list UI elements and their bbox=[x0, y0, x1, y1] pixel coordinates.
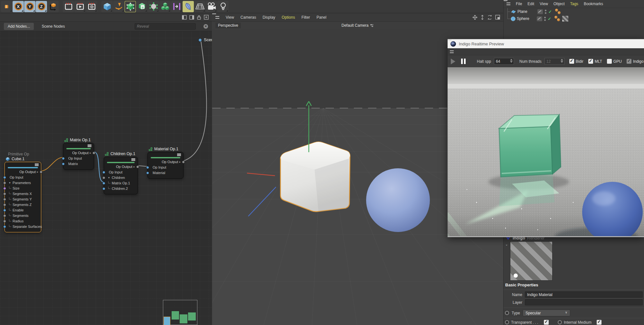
animate-dot-icon[interactable] bbox=[505, 311, 509, 315]
scene-nodes-capsule-icon[interactable] bbox=[125, 1, 136, 12]
node-row[interactable]: Children.2 bbox=[104, 186, 137, 191]
node-search-input[interactable] bbox=[135, 23, 196, 30]
edit-toggle-icon[interactable] bbox=[537, 16, 542, 21]
node-menu-icon[interactable] bbox=[131, 158, 135, 161]
node-output-row[interactable]: Op Output bbox=[104, 164, 137, 170]
indigo-subdiv-option[interactable]: Indigo Subdiv bbox=[627, 59, 644, 64]
node-row[interactable]: Matrix bbox=[63, 161, 94, 167]
edit-toggle-icon[interactable] bbox=[537, 9, 543, 14]
menu-tags[interactable]: Tags bbox=[570, 2, 578, 6]
material-name-input[interactable] bbox=[525, 292, 643, 298]
transparent-checkbox[interactable] bbox=[544, 320, 549, 325]
menu-bookmarks[interactable]: Bookmarks bbox=[584, 2, 603, 6]
object-name[interactable]: Sphere bbox=[517, 16, 535, 21]
spinner-arrows-icon[interactable] bbox=[510, 59, 513, 63]
lock-icon[interactable] bbox=[197, 15, 201, 20]
node-row[interactable]: Segments Y bbox=[5, 197, 41, 202]
scene-output-port[interactable] bbox=[198, 38, 202, 42]
camera-object-icon[interactable] bbox=[206, 1, 217, 12]
menu-filter[interactable]: Filter bbox=[301, 15, 310, 20]
spline-mirror-tool-icon[interactable] bbox=[171, 1, 182, 12]
indigo-tags-icon[interactable] bbox=[554, 16, 561, 22]
pause-button[interactable] bbox=[461, 59, 466, 64]
node-row[interactable]: Segments bbox=[5, 213, 41, 218]
object-row-sphere[interactable]: Sphere ✓ bbox=[504, 15, 644, 22]
expand-chevron-icon[interactable]: ⌄ bbox=[505, 243, 508, 246]
material-layer-input[interactable] bbox=[525, 299, 643, 305]
mlt-checkbox[interactable] bbox=[588, 59, 593, 64]
render-view-icon[interactable] bbox=[63, 1, 74, 12]
animate-dot-icon[interactable] bbox=[505, 320, 509, 324]
visibility-dots-icon[interactable] bbox=[545, 10, 546, 14]
menu-edit[interactable]: Edit bbox=[527, 2, 534, 6]
animate-dot-icon[interactable] bbox=[558, 320, 562, 324]
node-menu-icon[interactable] bbox=[35, 163, 39, 166]
split-view-right-icon[interactable] bbox=[189, 15, 194, 20]
subdivision-tool-icon[interactable] bbox=[183, 1, 194, 12]
instance-object-icon[interactable] bbox=[136, 1, 147, 12]
light-object-icon[interactable] bbox=[217, 1, 229, 12]
gpu-checkbox[interactable] bbox=[607, 59, 612, 64]
node-row[interactable]: Matrix Op.1 bbox=[104, 181, 137, 186]
object-manager-menu-icon[interactable] bbox=[507, 3, 510, 5]
node-row[interactable]: Size bbox=[5, 186, 41, 191]
material-preview-swatch[interactable] bbox=[510, 241, 553, 281]
edit-render-settings-icon[interactable] bbox=[86, 1, 97, 12]
node-row[interactable]: Parameters bbox=[5, 180, 41, 186]
mlt-option[interactable]: MLT bbox=[588, 59, 602, 64]
spline-pen-icon[interactable] bbox=[113, 1, 124, 12]
menu-file[interactable]: File bbox=[516, 2, 522, 6]
array-object-icon[interactable] bbox=[159, 1, 171, 12]
node-menu-icon[interactable] bbox=[88, 144, 91, 147]
num-threads-input[interactable] bbox=[545, 58, 564, 65]
play-button[interactable] bbox=[451, 59, 455, 64]
bidir-checkbox[interactable] bbox=[569, 59, 574, 64]
visibility-dots-icon[interactable] bbox=[544, 17, 546, 21]
split-view-left-icon[interactable] bbox=[182, 15, 187, 20]
indigo-subdiv-checkbox[interactable] bbox=[627, 59, 631, 64]
floor-object-icon[interactable] bbox=[194, 1, 205, 12]
node-row[interactable]: Radius bbox=[5, 218, 41, 224]
camera-label[interactable]: Default Camera bbox=[341, 23, 374, 28]
menu-cameras[interactable]: Cameras bbox=[241, 15, 256, 20]
node-output-row[interactable]: Op Output bbox=[63, 150, 94, 156]
ffd-deformer-icon[interactable] bbox=[148, 1, 159, 12]
rotate-view-icon[interactable] bbox=[487, 15, 492, 20]
node-row[interactable]: Children bbox=[104, 175, 137, 181]
object-row-plane[interactable]: Plane ✓ bbox=[504, 8, 644, 15]
indigo-tags-icon[interactable] bbox=[555, 9, 562, 14]
node-row[interactable]: Material bbox=[148, 170, 183, 176]
make-editable-icon[interactable] bbox=[1, 1, 12, 12]
node-row[interactable]: Op Input bbox=[63, 156, 94, 161]
node-row[interactable]: Segments X bbox=[5, 191, 41, 197]
object-name[interactable]: Plane bbox=[517, 9, 536, 14]
node-row[interactable]: Segments Z bbox=[5, 202, 41, 208]
node-row[interactable]: Op Input bbox=[5, 175, 41, 180]
menu-view[interactable]: View bbox=[226, 15, 234, 20]
clear-search-icon[interactable]: ✕ bbox=[204, 24, 208, 29]
coordinate-system-icon[interactable] bbox=[47, 1, 59, 12]
tab-scene-nodes[interactable]: Scene Nodes bbox=[42, 24, 65, 29]
type-dropdown[interactable]: Specular bbox=[523, 310, 570, 316]
halt-spp-input[interactable] bbox=[494, 58, 514, 65]
node-graph-minimap[interactable] bbox=[163, 300, 197, 325]
enable-check-icon[interactable]: ✓ bbox=[548, 9, 552, 14]
menu-options[interactable]: Options bbox=[282, 15, 295, 20]
projection-label[interactable]: Perspective bbox=[215, 23, 241, 28]
toggle-view-icon[interactable] bbox=[495, 15, 500, 20]
dolly-view-icon[interactable] bbox=[480, 15, 484, 20]
internal-medium-checkbox[interactable] bbox=[597, 320, 601, 325]
material-tag-icon[interactable] bbox=[562, 16, 568, 22]
gpu-option[interactable]: GPU bbox=[607, 59, 622, 64]
menu-object[interactable]: Object bbox=[554, 2, 565, 6]
node-output-row[interactable]: Op Output bbox=[5, 169, 41, 175]
pan-view-icon[interactable] bbox=[472, 15, 478, 20]
output-port[interactable] bbox=[182, 161, 185, 163]
node-row[interactable]: Separate Surfaces bbox=[5, 224, 41, 229]
enable-check-icon[interactable]: ✓ bbox=[548, 16, 551, 21]
bidir-option[interactable]: Bidir bbox=[569, 59, 583, 64]
render-to-picture-viewer-icon[interactable] bbox=[74, 1, 86, 12]
menu-panel[interactable]: Panel bbox=[317, 15, 327, 20]
menu-view[interactable]: View bbox=[540, 2, 548, 6]
node-menu-icon[interactable] bbox=[177, 153, 181, 156]
